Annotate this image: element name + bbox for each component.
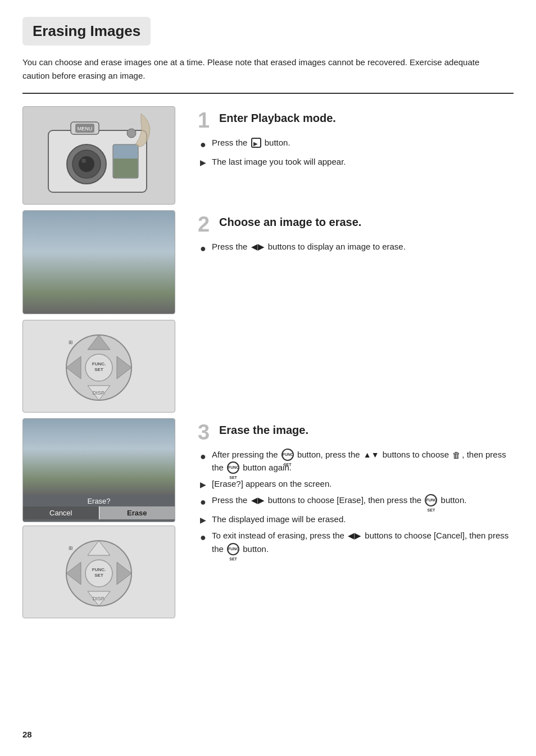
page-number: 28 [22,730,32,739]
sky-bg-2 [23,419,175,495]
step-1-bullets: ● Press the button. ▶ The last image you… [200,137,514,169]
step-3-bullet-5-text: To exit instead of erasing, press the ◀▶… [212,529,514,555]
svg-text:DISP.: DISP. [93,390,105,396]
step-2-bullet-1: ● Press the ◀▶ buttons to display an ima… [200,241,514,256]
step-3-bullet-3: ● Press the ◀▶ buttons to choose [Erase]… [200,494,514,510]
svg-rect-10 [113,159,138,178]
step-1-header: 1 Enter Playback mode. [198,110,514,131]
step-3-control-image: FUNC. SET DISP. ⊞ [22,526,175,618]
step-1-title: Enter Playback mode. [219,110,336,125]
step-3-bullet-5: ● To exit instead of erasing, press the … [200,529,514,555]
step-2-bullets: ● Press the ◀▶ buttons to display an ima… [200,241,514,256]
step-3-bullet-2: ▶ [Erase?] appears on the screen. [200,478,514,491]
control-pad-svg: FUNC. SET DISP. ⊞ [54,327,144,406]
step-1-bullet-1: ● Press the button. [200,137,514,152]
lr-buttons-icon2: ◀▶ [251,494,265,507]
svg-point-6 [79,156,94,172]
svg-text:⊞: ⊞ [69,339,73,345]
step-1-bullet-2-text: The last image you took will appear. [212,156,346,169]
func-set-icon3: FUNCSET [425,494,437,506]
step-3-bullet-4-text: The displayed image will be erased. [212,513,346,526]
control-pad-svg-2: FUNC. SET DISP. ⊞ [54,533,144,612]
page-title: Erasing Images [22,17,151,46]
step-2-content: 2 Choose an image to erase. ● Press the … [198,210,514,260]
step-2b-row: FUNC. SET DISP. ⊞ [22,320,514,413]
step-3-title: Erase the image. [219,422,308,437]
svg-text:SET: SET [94,367,103,372]
svg-point-7 [81,159,86,163]
step-1-camera-image: MENU [22,106,175,205]
step-3-bullet-1: ● After pressing the FUNCSET button, pre… [200,449,514,474]
step-2-images [22,210,185,314]
erase-cancel-btn: Cancel [23,506,99,519]
step-2-control-image: FUNC. SET DISP. ⊞ [22,320,175,413]
lr-buttons-icon: ◀▶ [251,241,265,253]
arrow-icon: ▶ [200,157,208,169]
step-3-number: 3 [198,422,215,443]
step-3-bullet-1-text: After pressing the FUNCSET button, press… [212,449,514,474]
bullet-dot-icon-2: ● [200,241,208,256]
step-1-content: 1 Enter Playback mode. ● Press the butto… [198,106,514,172]
step-2-sky-image [22,210,175,314]
erase-dialog-buttons: Cancel Erase [23,506,175,519]
playback-button-icon [251,138,261,148]
arrow-icon-2: ▶ [200,479,208,491]
func-set-icon2: FUNCSET [227,461,239,474]
step-3-bullets: ● After pressing the FUNCSET button, pre… [200,449,514,556]
erase-erase-btn: Erase [99,506,175,519]
step-1-number: 1 [198,110,215,131]
svg-text:FUNC.: FUNC. [92,361,106,366]
func-set-icon: FUNCSET [281,449,294,461]
step-3-header: 3 Erase the image. [198,422,514,443]
step-1-bullet-2: ▶ The last image you took will appear. [200,156,514,169]
svg-point-11 [127,129,136,138]
step-3-erase-dialog-image: Erase? Cancel Erase [22,418,175,522]
step-2-header: 2 Choose an image to erase. [198,214,514,235]
step-2b-images: FUNC. SET DISP. ⊞ [22,320,185,413]
step-3-bullet-3-text: Press the ◀▶ buttons to choose [Erase], … [212,494,466,507]
step-3-row: Erase? Cancel Erase FUNC. SET [22,418,514,618]
step-2-title: Choose an image to erase. [219,214,361,229]
step-1-row: MENU [22,106,514,205]
svg-text:DISP.: DISP. [93,596,105,601]
step-1-images: MENU [22,106,185,205]
arrow-icon-3: ▶ [200,514,208,526]
svg-text:MENU: MENU [78,126,93,132]
updown-icon: ▲▼ [364,449,379,461]
step-3-content: 3 Erase the image. ● After pressing the … [198,418,514,559]
step-2-number: 2 [198,214,215,235]
lr-buttons-icon3: ◀▶ [348,529,361,542]
camera-illustration: MENU [37,114,161,198]
svg-text:FUNC.: FUNC. [92,567,106,572]
svg-text:⊞: ⊞ [69,545,73,551]
func-set-icon4: FUNCSET [227,543,239,555]
section-divider [22,93,514,94]
bullet-dot-icon: ● [200,137,208,152]
sky-bg [23,211,175,314]
trash-icon: 🗑 [452,449,461,462]
step-2-bullet-1-text: Press the ◀▶ buttons to display an image… [212,241,406,253]
steps-container: MENU [22,106,514,624]
step-3-bullet-4: ▶ The displayed image will be erased. [200,513,514,526]
step-2-row: 2 Choose an image to erase. ● Press the … [22,210,514,314]
bullet-dot-icon-4: ● [200,495,208,510]
step-1-bullet-1-text: Press the button. [212,137,290,150]
erase-dialog-label: Erase? [87,497,110,505]
svg-text:SET: SET [94,573,103,578]
intro-text: You can choose and erase images one at a… [22,56,506,83]
bullet-dot-icon-5: ● [200,530,208,545]
step-3-images: Erase? Cancel Erase FUNC. SET [22,418,185,618]
erase-dialog-overlay: Erase? Cancel Erase [23,495,175,522]
bullet-dot-icon-3: ● [200,449,208,464]
